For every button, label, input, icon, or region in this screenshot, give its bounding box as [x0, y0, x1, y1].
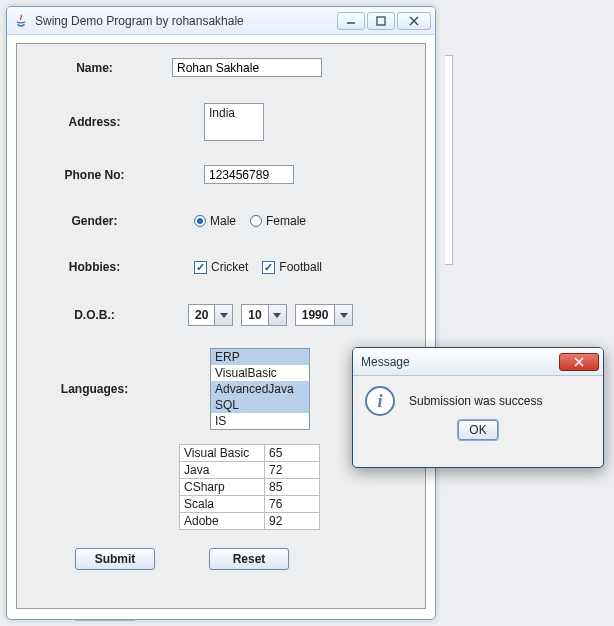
hobby-football-checkbox[interactable]: ✓ Football: [262, 260, 322, 274]
svg-marker-6: [340, 313, 348, 318]
gender-female-radio[interactable]: Female: [250, 214, 306, 228]
dob-month-select[interactable]: 10: [241, 304, 286, 326]
gender-female-label: Female: [266, 214, 306, 228]
languages-label: Languages:: [17, 382, 172, 396]
svg-marker-4: [220, 313, 228, 318]
table-cell: Scala: [180, 496, 265, 513]
gender-label: Gender:: [17, 214, 172, 228]
table-row[interactable]: Adobe92: [180, 513, 320, 530]
hobby-cricket-checkbox[interactable]: ✓ Cricket: [194, 260, 248, 274]
reset-button[interactable]: Reset: [209, 548, 289, 570]
table-row[interactable]: Java72: [180, 462, 320, 479]
radio-icon: [194, 215, 206, 227]
chevron-down-icon: [268, 305, 286, 325]
table-cell: Java: [180, 462, 265, 479]
dob-year-value: 1990: [296, 308, 335, 322]
submit-button[interactable]: Submit: [75, 548, 155, 570]
checkbox-icon: ✓: [262, 261, 275, 274]
table-row[interactable]: Scala76: [180, 496, 320, 513]
table-cell: 76: [265, 496, 320, 513]
table-cell: CSharp: [180, 479, 265, 496]
checkbox-icon: ✓: [194, 261, 207, 274]
table-cell: 72: [265, 462, 320, 479]
gender-male-label: Male: [210, 214, 236, 228]
table-cell: Adobe: [180, 513, 265, 530]
chevron-down-icon: [334, 305, 352, 325]
hobby-football-label: Football: [279, 260, 322, 274]
svg-rect-1: [377, 17, 385, 25]
table-cell: 92: [265, 513, 320, 530]
java-icon: [13, 13, 29, 29]
list-item[interactable]: IS: [211, 413, 309, 429]
phone-label: Phone No:: [17, 168, 172, 182]
dob-month-value: 10: [242, 308, 267, 322]
ok-button[interactable]: OK: [458, 420, 497, 440]
chevron-down-icon: [214, 305, 232, 325]
phone-field[interactable]: [204, 165, 294, 184]
close-button[interactable]: [397, 12, 431, 30]
dialog-close-button[interactable]: [559, 353, 599, 371]
list-item[interactable]: AdvancedJava: [211, 381, 309, 397]
name-field[interactable]: [172, 58, 322, 77]
address-label: Address:: [17, 115, 172, 129]
dob-label: D.O.B.:: [17, 308, 172, 322]
message-dialog: Message i Submission was success OK: [352, 347, 604, 468]
name-label: Name:: [17, 61, 172, 75]
background-panel-edge: [445, 55, 453, 265]
scores-table: Visual Basic65 Java72 CSharp85 Scala76 A…: [179, 444, 320, 530]
table-cell: 65: [265, 445, 320, 462]
dialog-titlebar[interactable]: Message: [353, 348, 603, 376]
dob-day-value: 20: [189, 308, 214, 322]
table-row[interactable]: Visual Basic65: [180, 445, 320, 462]
main-window: Swing Demo Program by rohansakhale Name:…: [6, 6, 436, 620]
table-cell: Visual Basic: [180, 445, 265, 462]
form-panel: Name: Address: India Phone No: Gender: M…: [16, 43, 426, 609]
dob-year-select[interactable]: 1990: [295, 304, 354, 326]
gender-male-radio[interactable]: Male: [194, 214, 236, 228]
hobbies-label: Hobbies:: [17, 260, 172, 274]
list-item[interactable]: VisualBasic: [211, 365, 309, 381]
dialog-title: Message: [361, 355, 410, 369]
list-item[interactable]: ERP: [211, 349, 309, 365]
radio-icon: [250, 215, 262, 227]
hobby-cricket-label: Cricket: [211, 260, 248, 274]
languages-listbox[interactable]: ERP VisualBasic AdvancedJava SQL IS: [210, 348, 310, 430]
table-row[interactable]: CSharp85: [180, 479, 320, 496]
dialog-message: Submission was success: [409, 394, 542, 408]
address-field[interactable]: India: [204, 103, 264, 141]
maximize-button[interactable]: [367, 12, 395, 30]
minimize-button[interactable]: [337, 12, 365, 30]
titlebar[interactable]: Swing Demo Program by rohansakhale: [7, 7, 435, 35]
svg-marker-5: [273, 313, 281, 318]
list-item[interactable]: SQL: [211, 397, 309, 413]
table-cell: 85: [265, 479, 320, 496]
info-icon: i: [365, 386, 395, 416]
window-title: Swing Demo Program by rohansakhale: [35, 14, 337, 28]
dob-day-select[interactable]: 20: [188, 304, 233, 326]
